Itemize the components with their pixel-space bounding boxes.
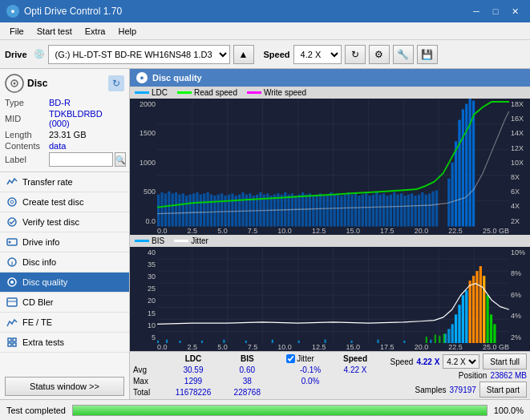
disc-quality-icon: [6, 277, 18, 288]
svg-rect-113: [435, 190, 438, 226]
sidebar-item-create-test-disc[interactable]: Create test disc: [0, 192, 129, 212]
svg-rect-162: [479, 266, 482, 343]
svg-rect-142: [201, 340, 203, 343]
settings-button2[interactable]: 🔧: [393, 45, 414, 64]
svg-rect-115: [451, 163, 454, 227]
svg-rect-90: [354, 193, 357, 226]
menu-extra[interactable]: Extra: [79, 25, 112, 38]
svg-rect-101: [393, 192, 395, 227]
svg-rect-108: [418, 195, 420, 227]
sidebar-item-disc-info[interactable]: i Disc info: [0, 252, 129, 273]
label-input[interactable]: [49, 152, 113, 167]
svg-rect-38: [172, 193, 174, 226]
chart2-legend: BIS Jitter: [130, 235, 530, 247]
menu-help[interactable]: Help: [111, 25, 143, 38]
svg-point-6: [10, 200, 14, 204]
disc-quality-title: Disc quality: [152, 73, 202, 83]
mid-label: MID: [5, 114, 49, 123]
type-label: Type: [5, 98, 49, 107]
svg-point-2: [14, 83, 16, 85]
sidebar-item-fe-te[interactable]: FE / TE: [0, 313, 129, 333]
sidebar-item-transfer-rate[interactable]: Transfer rate: [0, 172, 129, 192]
sidebar-item-disc-quality[interactable]: Disc quality: [0, 273, 129, 293]
svg-rect-156: [458, 305, 460, 343]
svg-rect-158: [465, 290, 467, 343]
drive-select[interactable]: (G:) HL-DT-ST BD-RE WH16NS48 1.D3: [48, 45, 230, 64]
main-layout: Disc ↻ Type BD-R MID TDKBLDRBD (000) Len…: [0, 69, 530, 399]
sidebar-item-drive-info[interactable]: Drive info: [0, 232, 129, 252]
svg-rect-153: [447, 329, 450, 343]
svg-rect-57: [238, 195, 241, 227]
transfer-rate-icon: [6, 176, 18, 188]
chart1-svg: [157, 99, 509, 227]
svg-rect-48: [206, 192, 208, 227]
svg-rect-78: [312, 196, 314, 227]
eject-button[interactable]: ▲: [233, 45, 254, 64]
legend-read-speed-color: [177, 91, 192, 94]
svg-rect-43: [189, 195, 192, 227]
svg-rect-112: [431, 192, 434, 227]
svg-rect-118: [462, 109, 464, 226]
chart2-container: 40 35 30 25 20 15 10 5: [130, 247, 530, 351]
cd-bler-icon: [6, 297, 18, 308]
legend-write-speed-color: [247, 91, 261, 94]
settings-button1[interactable]: ⚙: [369, 45, 390, 64]
speed-select-stats[interactable]: 4.2 X: [443, 354, 479, 369]
sidebar-item-cd-bler[interactable]: CD Bler: [0, 293, 129, 313]
svg-rect-167: [426, 337, 427, 343]
svg-rect-150: [403, 340, 405, 343]
speed-select[interactable]: 4.2 X: [293, 45, 342, 64]
label-search-button[interactable]: 🔍: [115, 152, 126, 167]
start-full-button[interactable]: Start full: [483, 353, 527, 370]
legend-jitter: Jitter: [174, 236, 208, 245]
chart1-x-axis: 0.0 2.5 5.0 7.5 10.0 12.5 15.0 17.5 20.0…: [130, 227, 530, 235]
svg-rect-91: [358, 196, 360, 227]
svg-rect-36: [164, 193, 167, 226]
start-part-button[interactable]: Start part: [479, 382, 527, 398]
jitter-checkbox[interactable]: [286, 354, 295, 363]
svg-rect-154: [451, 324, 454, 343]
maximize-button[interactable]: □: [487, 2, 504, 20]
svg-rect-73: [294, 196, 297, 227]
svg-rect-77: [309, 193, 311, 226]
speed-value-stats: 4.22 X: [416, 357, 439, 366]
refresh-button[interactable]: ↻: [345, 45, 366, 64]
svg-point-5: [8, 198, 16, 206]
stats-table: LDC BIS Jitter Speed Avg 30.: [133, 353, 376, 398]
legend-ldc: LDC: [135, 88, 168, 97]
avg-speed: 4.22 X: [334, 365, 376, 376]
svg-rect-80: [319, 193, 322, 226]
sidebar: Disc ↻ Type BD-R MID TDKBLDRBD (000) Len…: [0, 69, 130, 399]
minimize-button[interactable]: ─: [467, 2, 485, 20]
disc-label-row: Label 🔍: [5, 152, 124, 167]
title-bar: ● Opti Drive Control 1.70 ─ □ ✕: [0, 0, 530, 22]
svg-rect-169: [439, 335, 440, 343]
svg-rect-58: [241, 192, 244, 227]
max-label: Max: [133, 376, 163, 387]
disc-quality-icon-header: ●: [136, 72, 148, 83]
save-button[interactable]: 💾: [417, 45, 438, 64]
sidebar-item-verify-test-disc[interactable]: Verify test disc: [0, 212, 129, 232]
svg-rect-17: [13, 338, 16, 341]
menu-start-test[interactable]: Start test: [30, 25, 79, 38]
disc-refresh-icon[interactable]: ↻: [108, 75, 124, 91]
svg-rect-168: [435, 334, 436, 343]
stats-header-row: LDC BIS Jitter Speed: [133, 353, 376, 365]
svg-rect-63: [259, 192, 261, 227]
svg-rect-148: [350, 340, 352, 343]
chart2-x-axis: 0.0 2.5 5.0 7.5 10.0 12.5 15.0 17.5 20.0…: [130, 343, 530, 351]
sidebar-item-extra-tests[interactable]: Extra tests: [0, 333, 129, 353]
svg-rect-107: [414, 196, 416, 227]
drive-label: Drive: [5, 50, 27, 59]
avg-jitter: -0.1%: [286, 365, 334, 376]
close-button[interactable]: ✕: [506, 2, 524, 20]
svg-rect-103: [400, 193, 403, 226]
legend-read-speed-label: Read speed: [194, 88, 237, 97]
status-window-button[interactable]: Status window >>: [5, 377, 124, 396]
length-label: Length: [5, 130, 49, 139]
menu-file[interactable]: File: [3, 25, 30, 38]
svg-rect-76: [305, 195, 307, 227]
svg-rect-139: [157, 340, 159, 343]
svg-rect-16: [8, 338, 11, 341]
contents-label: Contents: [5, 141, 49, 151]
